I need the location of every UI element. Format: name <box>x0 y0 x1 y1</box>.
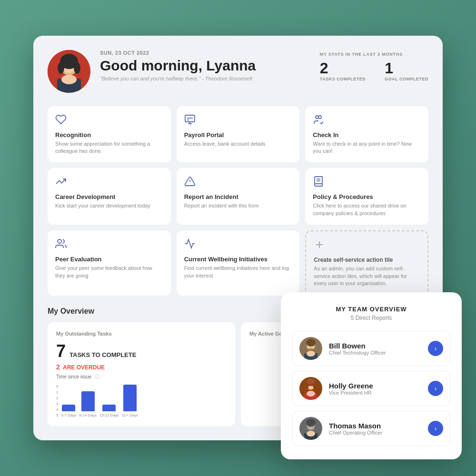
member-info-bill: Bill Bowen Chief Technology Officer <box>329 342 421 356</box>
policy-title: Policy & Procedures <box>313 193 421 200</box>
tasks-completed-stat: 2 TASKS COMPLETED <box>320 60 366 81</box>
incident-desc: Report an incident with this form <box>184 202 292 209</box>
svg-point-49 <box>308 428 313 431</box>
tasks-completed-number: 2 <box>320 60 366 76</box>
member-name-bill: Bill Bowen <box>329 342 421 350</box>
overdue-number: 2 <box>56 363 60 371</box>
bar-group-15-21: 15-21 Days <box>99 405 119 417</box>
svg-point-19 <box>58 239 61 243</box>
svg-point-6 <box>58 62 64 74</box>
team-title: MY TEAM OVERVIEW <box>292 306 450 313</box>
tile-incident[interactable]: Report an Incident Report an incident wi… <box>177 168 300 225</box>
checkin-icon <box>313 114 421 128</box>
peer-title: Peer Evaluation <box>55 256 163 263</box>
member-role-bill: Chief Technology Officer <box>329 350 421 356</box>
bar-group-22plus: 22+ Days <box>122 385 138 417</box>
career-icon <box>55 176 163 189</box>
incident-icon <box>184 176 292 189</box>
chart-y-axis: 5 4 3 2 1 0 <box>56 384 58 417</box>
tile-peer[interactable]: Peer Evaluation Give your peer some feed… <box>48 230 171 296</box>
bar-15-21 <box>102 405 116 411</box>
checkin-title: Check In <box>313 131 421 139</box>
bar-group-8-14: 8-14 Days <box>79 391 96 417</box>
bar-label-8-14: 8-14 Days <box>79 413 96 417</box>
goals-completed-number: 1 <box>385 60 428 76</box>
svg-point-30 <box>308 348 314 351</box>
stats-label: MY STATS IN THE LAST 3 MONTHS <box>320 52 428 57</box>
tasks-card-title: My Outstanding Tasks <box>56 331 227 337</box>
team-member-holly[interactable]: Holly Greene Vice President HR › <box>292 371 450 406</box>
bar-chart: 0-7 Days 8-14 Days 15-21 Days 22+ D <box>61 385 227 417</box>
selfservice-title: Create self-service action tile <box>314 257 420 263</box>
checkin-desc: Want to check in at any point in time? N… <box>313 140 421 155</box>
bar-0-7 <box>62 405 75 411</box>
member-avatar-thomas <box>299 417 322 440</box>
wellbeing-icon <box>184 238 292 252</box>
tasks-card: My Outstanding Tasks 7 TASKS TO COMPLETE… <box>48 322 235 426</box>
header-stats: MY STATS IN THE LAST 3 MONTHS 2 TASKS CO… <box>320 50 428 81</box>
member-name-holly: Holly Greene <box>329 382 421 390</box>
tasks-completed-label: TASKS COMPLETED <box>320 77 366 81</box>
tasks-count-number: 7 <box>56 341 66 361</box>
member-chevron-bill[interactable]: › <box>428 341 443 356</box>
goals-completed-label: GOAL COMPLETED <box>385 77 428 81</box>
tile-wellbeing[interactable]: Current Wellbeing Initiatives Find curre… <box>177 230 300 296</box>
peer-icon <box>55 238 163 252</box>
payroll-title: Payroll Portal <box>184 131 292 139</box>
tile-checkin[interactable]: Check In Want to check in at any point i… <box>305 106 428 163</box>
policy-icon <box>313 176 421 189</box>
svg-point-29 <box>306 339 316 347</box>
member-chevron-holly[interactable]: › <box>428 381 443 396</box>
recognition-title: Recognition <box>55 131 163 139</box>
member-chevron-thomas[interactable]: › <box>428 421 443 436</box>
tasks-count-label: TASKS TO COMPLETE <box>69 351 136 358</box>
incident-title: Report an Incident <box>184 193 292 200</box>
member-avatar-bill <box>299 337 322 360</box>
svg-point-35 <box>307 391 315 397</box>
overdue-label: ARE OVERDUE <box>63 364 105 371</box>
time-since-label: Time since issue ⓘ <box>56 374 227 380</box>
svg-point-7 <box>74 62 80 74</box>
bar-8-14 <box>81 391 95 411</box>
wellbeing-desc: Find current wellbeing initiatives here … <box>184 265 292 279</box>
bar-label-0-7: 0-7 Days <box>61 413 76 417</box>
bar-label-22plus: 22+ Days <box>122 413 138 417</box>
recognition-desc: Show some appreciation for something a c… <box>55 140 163 155</box>
career-desc: Kick start your career development today <box>55 202 163 209</box>
tile-policy[interactable]: Policy & Procedures Click here to access… <box>305 168 428 225</box>
wellbeing-title: Current Wellbeing Initiatives <box>184 256 292 263</box>
header-greeting: Good morning, Lyanna <box>100 58 310 74</box>
header-quote: "Believe you can and you're halfway ther… <box>100 76 310 81</box>
svg-point-44 <box>307 431 315 436</box>
svg-point-13 <box>316 116 318 119</box>
overdue-row: 2 ARE OVERDUE <box>56 363 227 371</box>
peer-desc: Give your peer some feedback about how t… <box>55 265 163 279</box>
bar-label-15-21: 15-21 Days <box>99 413 119 417</box>
svg-rect-8 <box>185 115 195 122</box>
member-avatar-holly <box>299 377 322 400</box>
bar-group-0-7: 0-7 Days <box>61 405 76 417</box>
tile-career[interactable]: Career Development Kick start your caree… <box>48 168 171 225</box>
tile-selfservice[interactable]: Create self-service action tile As an ad… <box>305 230 428 296</box>
payroll-desc: Access leave, bank account details <box>184 140 292 148</box>
header-date: SUN, 23 OCT 2022 <box>100 50 310 56</box>
svg-point-28 <box>307 351 315 357</box>
user-avatar <box>48 50 90 93</box>
recognition-icon <box>55 114 163 128</box>
team-member-bill[interactable]: Bill Bowen Chief Technology Officer › <box>292 331 450 366</box>
svg-point-14 <box>318 116 321 119</box>
career-title: Career Development <box>55 193 163 200</box>
bar-22plus <box>123 385 137 411</box>
header-text: SUN, 23 OCT 2022 Good morning, Lyanna "B… <box>100 50 310 81</box>
tile-payroll[interactable]: Payroll Portal Access leave, bank accoun… <box>177 106 300 163</box>
member-info-holly: Holly Greene Vice President HR <box>329 382 421 396</box>
tiles-grid: Recognition Show some appreciation for s… <box>48 106 428 296</box>
member-role-thomas: Chief Operating Officer <box>329 430 421 436</box>
add-icon <box>314 239 420 253</box>
goals-completed-stat: 1 GOAL COMPLETED <box>385 60 428 81</box>
team-panel: MY TEAM OVERVIEW 5 Direct Reports Bill B… <box>281 292 462 459</box>
svg-point-45 <box>306 419 316 426</box>
tile-recognition[interactable]: Recognition Show some appreciation for s… <box>48 106 171 163</box>
team-member-thomas[interactable]: Thomas Mason Chief Operating Officer › <box>292 411 450 446</box>
svg-point-39 <box>307 378 315 384</box>
